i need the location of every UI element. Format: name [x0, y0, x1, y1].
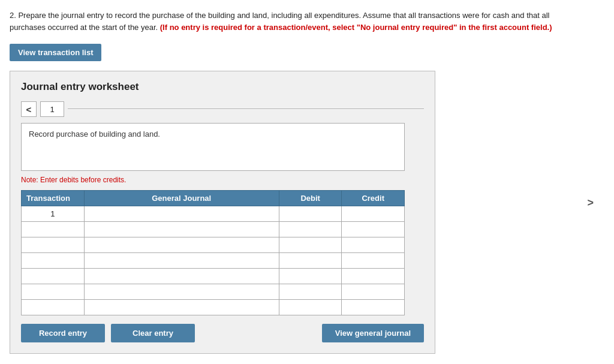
- debit-cell[interactable]: [279, 206, 342, 222]
- transaction-cell: [22, 222, 85, 237]
- debit-cell[interactable]: [279, 237, 342, 253]
- col-header-transaction: Transaction: [22, 191, 85, 206]
- debit-input[interactable]: [279, 300, 342, 315]
- debit-input[interactable]: [279, 206, 342, 221]
- general-journal-input[interactable]: [85, 253, 279, 268]
- credit-cell[interactable]: [342, 206, 405, 222]
- table-row: 1: [22, 206, 405, 222]
- col-header-debit: Debit: [279, 191, 342, 206]
- instruction-bold: (If no entry is required for a transacti…: [160, 23, 552, 32]
- table-row: [22, 300, 405, 315]
- general-journal-cell[interactable]: [84, 206, 279, 222]
- general-journal-input[interactable]: [85, 222, 279, 237]
- credit-cell[interactable]: [342, 237, 405, 253]
- general-journal-cell[interactable]: [84, 300, 279, 315]
- button-row: Record entry Clear entry View general jo…: [21, 324, 424, 342]
- debit-input[interactable]: [279, 222, 342, 237]
- worksheet-container: Journal entry worksheet < 1 Record purch…: [10, 71, 435, 354]
- note: Note: Enter debits before credits.: [21, 176, 424, 184]
- transaction-cell: 1: [22, 206, 85, 222]
- tab-box: 1: [40, 101, 64, 117]
- general-journal-cell[interactable]: [84, 222, 279, 237]
- general-journal-input[interactable]: [85, 284, 279, 299]
- transaction-cell: [22, 269, 85, 284]
- general-journal-cell[interactable]: [84, 284, 279, 300]
- table-row: [22, 237, 405, 253]
- debit-cell[interactable]: [279, 253, 342, 269]
- credit-input[interactable]: [342, 237, 404, 252]
- nav-row: < 1: [21, 101, 424, 117]
- table-row: [22, 253, 405, 269]
- general-journal-input[interactable]: [85, 206, 279, 221]
- credit-input[interactable]: [342, 284, 404, 299]
- debit-cell[interactable]: [279, 284, 342, 300]
- transaction-cell: [22, 253, 85, 269]
- credit-cell[interactable]: [342, 284, 405, 300]
- view-transaction-button[interactable]: View transaction list: [10, 44, 101, 61]
- general-journal-input[interactable]: [85, 237, 279, 252]
- transaction-cell: [22, 237, 85, 253]
- debit-input[interactable]: [279, 269, 342, 284]
- instruction: 2. Prepare the journal entry to record t…: [10, 10, 585, 33]
- transaction-cell: [22, 284, 85, 300]
- col-header-general-journal: General Journal: [84, 191, 279, 206]
- description-box: Record purchase of building and land.: [21, 123, 405, 171]
- debit-cell[interactable]: [279, 269, 342, 284]
- credit-input[interactable]: [342, 206, 404, 221]
- debit-input[interactable]: [279, 284, 342, 299]
- table-row: [22, 269, 405, 284]
- nav-left-button[interactable]: <: [21, 101, 37, 117]
- col-header-credit: Credit: [342, 191, 405, 206]
- general-journal-cell[interactable]: [84, 237, 279, 253]
- table-row: [22, 222, 405, 237]
- credit-cell[interactable]: [342, 269, 405, 284]
- table-row: [22, 284, 405, 300]
- view-general-journal-button[interactable]: View general journal: [322, 324, 424, 342]
- record-entry-button[interactable]: Record entry: [21, 324, 105, 342]
- clear-entry-button[interactable]: Clear entry: [111, 324, 195, 342]
- credit-cell[interactable]: [342, 222, 405, 237]
- debit-cell[interactable]: [279, 300, 342, 315]
- debit-cell[interactable]: [279, 222, 342, 237]
- general-journal-cell[interactable]: [84, 253, 279, 269]
- worksheet-title: Journal entry worksheet: [21, 81, 424, 93]
- credit-input[interactable]: [342, 222, 404, 237]
- general-journal-input[interactable]: [85, 300, 279, 315]
- debit-input[interactable]: [279, 253, 342, 268]
- general-journal-input[interactable]: [85, 269, 279, 284]
- credit-cell[interactable]: [342, 300, 405, 315]
- journal-table: Transaction General Journal Debit Credit…: [21, 190, 405, 315]
- credit-input[interactable]: [342, 253, 404, 268]
- transaction-cell: [22, 300, 85, 315]
- credit-input[interactable]: [342, 269, 404, 284]
- nav-right-button[interactable]: >: [587, 197, 594, 209]
- debit-input[interactable]: [279, 237, 342, 252]
- credit-input[interactable]: [342, 300, 404, 315]
- credit-cell[interactable]: [342, 253, 405, 269]
- general-journal-cell[interactable]: [84, 269, 279, 284]
